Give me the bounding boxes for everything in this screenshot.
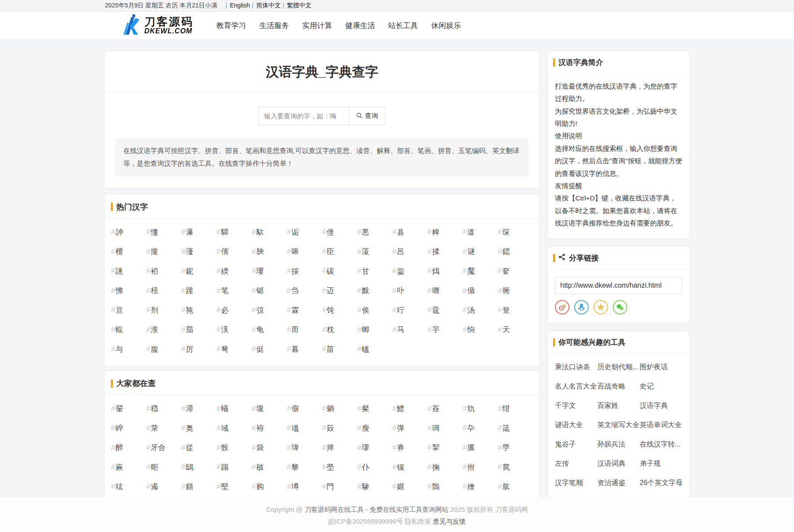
char-link[interactable]: #鍶 (498, 246, 533, 257)
char-link[interactable]: #霖 (287, 305, 322, 315)
char-link[interactable]: #琛 (498, 227, 533, 237)
char-link[interactable]: #熓 (427, 266, 462, 276)
nav-item[interactable]: 健康生活 (345, 18, 375, 33)
tool-link[interactable]: 汉语词典 (597, 459, 640, 468)
char-link[interactable]: #道 (463, 227, 498, 237)
tool-link[interactable]: 汉语字典 (640, 401, 682, 411)
search-button[interactable]: 查询 (349, 107, 386, 125)
char-link[interactable]: #肱 (498, 482, 533, 492)
char-link[interactable]: #黩 (357, 286, 392, 296)
char-link[interactable]: #㹠 (181, 305, 216, 315)
char-link[interactable]: #倕 (322, 227, 357, 237)
char-link[interactable]: #碳 (322, 266, 357, 276)
char-link[interactable]: #域 (216, 423, 251, 433)
char-link[interactable]: #掬 (427, 462, 462, 472)
qq-icon[interactable] (574, 300, 589, 314)
char-link[interactable]: #瓔 (252, 266, 287, 276)
tool-link[interactable]: 百家姓 (597, 401, 640, 411)
char-link[interactable]: #簽 (427, 403, 462, 414)
char-link[interactable]: #亘 (111, 305, 146, 315)
char-link[interactable]: #县 (392, 227, 427, 237)
char-link[interactable]: #苠 (498, 462, 533, 472)
char-link[interactable]: #骰 (216, 443, 251, 453)
tool-link[interactable]: 百战奇略 (597, 382, 640, 391)
tool-link[interactable]: 左传 (555, 459, 597, 468)
char-link[interactable]: #鈮 (181, 266, 216, 276)
char-link[interactable]: #谜 (463, 246, 498, 257)
tool-link[interactable]: 英语单词大全 (640, 421, 682, 430)
char-link[interactable]: #苗 (322, 344, 357, 354)
char-link[interactable]: #剂 (146, 305, 181, 315)
search-input[interactable] (258, 107, 349, 125)
tool-link[interactable]: 乘法口诀表 (555, 363, 597, 372)
char-link[interactable]: #购 (252, 482, 287, 492)
tool-link[interactable]: 资治通鉴 (597, 478, 640, 488)
char-link[interactable]: #刍 (287, 286, 322, 296)
char-link[interactable]: #杻 (146, 286, 181, 296)
char-link[interactable]: #騿 (216, 227, 251, 237)
tool-link[interactable]: 弟子规 (640, 459, 682, 468)
char-link[interactable]: #笔 (216, 286, 251, 296)
char-link[interactable]: #躺 (322, 403, 357, 414)
char-link[interactable]: #券 (392, 443, 427, 453)
char-link[interactable]: #犰 (463, 403, 498, 414)
char-link[interactable]: #呂 (392, 246, 427, 257)
char-link[interactable]: #偱 (463, 286, 498, 296)
char-link[interactable]: #暮 (287, 344, 322, 354)
tool-link[interactable]: 谜语大全 (555, 421, 597, 430)
char-link[interactable]: #奁 (498, 266, 533, 276)
char-link[interactable]: #鋆 (392, 266, 427, 276)
language-link[interactable]: 简体中文 (253, 2, 284, 10)
char-link[interactable]: #婮 (392, 482, 427, 492)
char-link[interactable]: #門 (322, 482, 357, 492)
tool-link[interactable]: 汉字笔顺 (555, 478, 597, 488)
char-link[interactable]: #恦 (463, 325, 498, 335)
char-link[interactable]: #荥 (146, 423, 181, 433)
char-link[interactable]: #撂 (463, 443, 498, 453)
nav-item[interactable]: 生活服务 (259, 18, 289, 33)
char-link[interactable]: #滞 (181, 403, 216, 414)
tool-link[interactable]: 26个英文字母 (640, 478, 682, 488)
tool-link[interactable]: 孙膑兵法 (597, 440, 640, 449)
nav-item[interactable]: 休闲娱乐 (431, 18, 461, 33)
char-link[interactable]: #鶻 (427, 482, 462, 492)
char-link[interactable]: #錯 (181, 482, 216, 492)
char-link[interactable]: #輥 (111, 325, 146, 335)
char-link[interactable]: #袋 (252, 443, 287, 453)
char-link[interactable]: #弹 (392, 423, 427, 433)
char-link[interactable]: #瑋 (287, 443, 322, 453)
char-link[interactable]: #铤 (252, 286, 287, 296)
wechat-icon[interactable] (613, 300, 627, 314)
weibo-icon[interactable] (555, 300, 569, 314)
char-link[interactable]: #甼 (498, 443, 533, 453)
char-link[interactable]: #墫 (287, 482, 322, 492)
char-link[interactable]: #悪 (357, 227, 392, 237)
tool-link[interactable]: 英文缩写大全 (597, 421, 640, 430)
char-link[interactable]: #訷 (111, 227, 146, 237)
char-link[interactable]: #黿 (427, 305, 462, 315)
char-link[interactable]: #弶 (252, 305, 287, 315)
char-link[interactable]: #儐 (216, 246, 251, 257)
char-link[interactable]: #蹋 (216, 462, 251, 472)
char-link[interactable]: #鴟 (181, 462, 216, 472)
char-link[interactable]: #嶡 (111, 462, 146, 472)
char-link[interactable]: #捭 (322, 443, 357, 453)
char-link[interactable]: #诟 (287, 227, 322, 237)
nav-item[interactable]: 站长工具 (388, 18, 418, 33)
char-link[interactable]: #蔆 (357, 246, 392, 257)
char-link[interactable]: #拊 (463, 462, 498, 472)
char-link[interactable]: #奥 (181, 423, 216, 433)
char-link[interactable]: #嬒 (463, 482, 498, 492)
char-link[interactable]: #緛 (216, 266, 251, 276)
char-link[interactable]: #檀 (111, 246, 146, 257)
nav-item[interactable]: 教育学习 (216, 18, 246, 33)
char-link[interactable]: #登 (498, 305, 533, 315)
char-link[interactable]: #薓 (181, 246, 216, 257)
char-link[interactable]: #瀑 (181, 227, 216, 237)
char-link[interactable]: #与 (111, 344, 146, 354)
char-link[interactable]: #驂 (357, 482, 392, 492)
char-link[interactable]: #脥 (252, 246, 287, 257)
tool-link[interactable]: 千字文 (555, 401, 597, 411)
language-link[interactable]: English (227, 2, 253, 10)
char-link[interactable]: #腹 (146, 344, 181, 354)
